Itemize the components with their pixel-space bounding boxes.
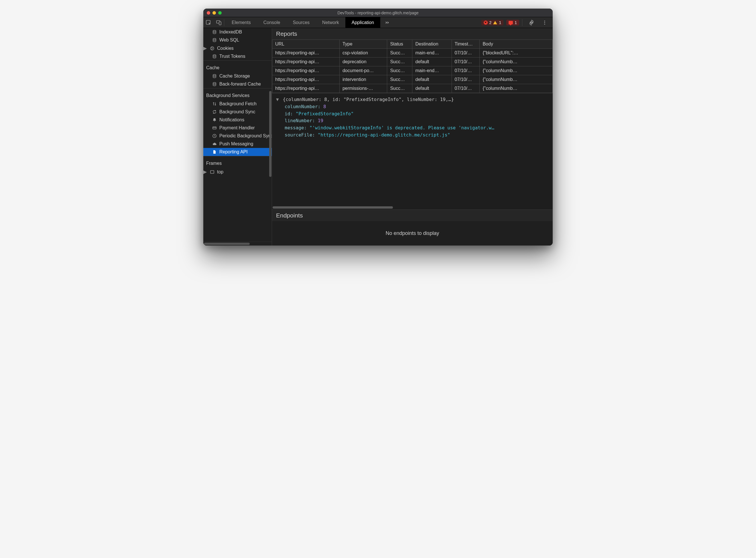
db-icon bbox=[212, 74, 217, 79]
clock-icon bbox=[212, 133, 217, 138]
tab-network[interactable]: Network bbox=[316, 17, 345, 28]
warning-count: 1 bbox=[499, 20, 501, 25]
window-title: DevTools - reporting-api-demo.glitch.me/… bbox=[203, 10, 553, 15]
cell-type: permissions-… bbox=[339, 84, 387, 93]
cell-body: {"columnNumb… bbox=[480, 84, 553, 93]
more-options-button[interactable] bbox=[539, 17, 550, 28]
reports-panel: Reports URL Type Status Destination Time… bbox=[272, 28, 553, 246]
cell-ts: 07/10/… bbox=[452, 57, 480, 67]
table-row[interactable]: https://reporting-api…deprecationSucc…de… bbox=[272, 57, 553, 67]
cell-body: {"columnNumb… bbox=[480, 67, 553, 75]
cell-dest: main-end… bbox=[412, 67, 452, 75]
db-icon bbox=[212, 54, 217, 59]
table-row[interactable]: https://reporting-api…document-po…Succ…m… bbox=[272, 67, 553, 75]
svg-point-12 bbox=[213, 55, 216, 56]
more-tabs-button[interactable] bbox=[382, 20, 392, 25]
tab-console[interactable]: Console bbox=[257, 17, 287, 28]
sidebar-item-push[interactable]: Push Messaging bbox=[203, 140, 272, 148]
sidebar-item-indexeddb[interactable]: IndexedDB bbox=[203, 28, 272, 36]
tab-application[interactable]: Application bbox=[345, 17, 380, 28]
sidebar-item-frame-top[interactable]: ▶ top bbox=[203, 168, 272, 176]
cell-ts: 07/10/… bbox=[452, 49, 480, 57]
sidebar-heading-frames: Frames bbox=[203, 156, 272, 168]
tree-item-label: Reporting API bbox=[219, 149, 248, 154]
sidebar-horizontal-scrollbar[interactable] bbox=[203, 242, 272, 246]
sidebar-item-notifications[interactable]: Notifications bbox=[203, 116, 272, 124]
detail-linenumber: lineNumber: 19 bbox=[277, 117, 548, 125]
error-icon: ✕ bbox=[484, 21, 488, 25]
select-element-button[interactable] bbox=[203, 17, 214, 28]
sidebar-item-bgsync[interactable]: Background Sync bbox=[203, 108, 272, 116]
minimize-icon[interactable] bbox=[213, 11, 216, 15]
col-timestamp[interactable]: Timest… bbox=[452, 40, 480, 49]
cell-ts: 07/10/… bbox=[452, 75, 480, 84]
sidebar-item-cookies[interactable]: ▶ Cookies bbox=[203, 44, 272, 52]
sidebar-item-bfcache[interactable]: Back-forward Cache bbox=[203, 80, 272, 88]
svg-point-9 bbox=[211, 48, 212, 48]
devtools-window: DevTools - reporting-api-demo.glitch.me/… bbox=[203, 8, 553, 246]
table-row[interactable]: https://reporting-api…permissions-…Succ…… bbox=[272, 84, 553, 93]
sidebar-item-bgfetch[interactable]: Background Fetch bbox=[203, 100, 272, 108]
cell-type: intervention bbox=[339, 75, 387, 84]
svg-point-7 bbox=[213, 39, 216, 40]
svg-rect-2 bbox=[219, 22, 221, 25]
zoom-icon[interactable] bbox=[218, 11, 222, 15]
detail-horizontal-scrollbar[interactable] bbox=[272, 205, 553, 209]
detail-columnnumber: columnNumber: 8 bbox=[277, 103, 548, 110]
tab-sources[interactable]: Sources bbox=[286, 17, 316, 28]
table-row[interactable]: https://reporting-api…interventionSucc…d… bbox=[272, 75, 553, 84]
table-row[interactable]: https://reporting-api…csp-violationSucc…… bbox=[272, 49, 553, 57]
cell-status: Succ… bbox=[387, 75, 412, 84]
sidebar-item-websql[interactable]: Web SQL bbox=[203, 36, 272, 44]
issues-icon bbox=[509, 21, 513, 24]
settings-button[interactable] bbox=[526, 17, 537, 28]
tree-item-label: Background Fetch bbox=[219, 101, 257, 106]
swap-icon bbox=[212, 101, 217, 106]
sidebar-item-periodic[interactable]: Periodic Background Sync bbox=[203, 132, 272, 140]
cell-type: csp-violation bbox=[339, 49, 387, 57]
report-detail-viewer[interactable]: ▼ {columnNumber: 8, id: "PrefixedStorage… bbox=[272, 93, 553, 209]
tree-item-label: Back-forward Cache bbox=[219, 81, 261, 87]
cell-ts: 07/10/… bbox=[452, 84, 480, 93]
tree-item-label: Cache Storage bbox=[219, 74, 250, 79]
tree-item-label: Trust Tokens bbox=[219, 54, 245, 59]
db-icon bbox=[212, 29, 217, 35]
detail-summary[interactable]: ▼ {columnNumber: 8, id: "PrefixedStorage… bbox=[277, 96, 548, 103]
tree-item-label: Web SQL bbox=[219, 37, 239, 43]
scrollbar-thumb[interactable] bbox=[204, 243, 250, 245]
col-destination[interactable]: Destination bbox=[412, 40, 452, 49]
cell-dest: default bbox=[412, 75, 452, 84]
col-url[interactable]: URL bbox=[272, 40, 340, 49]
col-body[interactable]: Body bbox=[480, 40, 553, 49]
cell-body: {"blockedURL":… bbox=[480, 49, 553, 57]
sidebar-heading-bg: Background Services bbox=[203, 88, 272, 100]
sidebar-vertical-scrollbar[interactable] bbox=[269, 28, 272, 246]
col-status[interactable]: Status bbox=[387, 40, 412, 49]
tab-elements[interactable]: Elements bbox=[225, 17, 257, 28]
toolbar-right: ✕ 2 1 1 bbox=[481, 17, 553, 28]
scrollbar-thumb[interactable] bbox=[269, 91, 271, 177]
issues-count: 1 bbox=[515, 20, 517, 25]
tree-item-label: Cookies bbox=[217, 46, 234, 51]
svg-point-6 bbox=[213, 30, 216, 31]
sidebar-item-cachestorage[interactable]: Cache Storage bbox=[203, 72, 272, 80]
error-count: 2 bbox=[489, 20, 492, 25]
issues-badge[interactable]: 1 bbox=[506, 20, 519, 25]
db-icon bbox=[212, 81, 217, 87]
tree-item-label: top bbox=[217, 170, 223, 175]
caret-down-icon[interactable]: ▼ bbox=[276, 96, 280, 103]
scrollbar-thumb[interactable] bbox=[273, 206, 393, 209]
errors-warnings-badge[interactable]: ✕ 2 1 bbox=[481, 20, 504, 25]
svg-rect-15 bbox=[213, 127, 216, 129]
cell-status: Succ… bbox=[387, 84, 412, 93]
cell-url: https://reporting-api… bbox=[272, 57, 340, 67]
sidebar-item-trusttokens[interactable]: Trust Tokens bbox=[203, 52, 272, 60]
col-type[interactable]: Type bbox=[339, 40, 387, 49]
caret-right-icon: ▶ bbox=[203, 169, 207, 175]
divider bbox=[522, 19, 522, 26]
device-toggle-button[interactable] bbox=[214, 17, 224, 28]
sidebar-item-reportingapi[interactable]: Reporting API bbox=[203, 148, 272, 156]
sidebar-item-payment[interactable]: Payment Handler bbox=[203, 124, 272, 132]
reports-heading: Reports bbox=[272, 28, 553, 40]
close-icon[interactable] bbox=[207, 11, 210, 15]
